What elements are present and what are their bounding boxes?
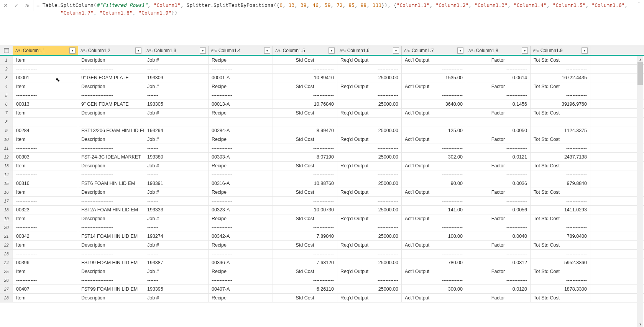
fx-label: fx xyxy=(24,3,31,8)
confirm-edit-button[interactable]: ✓ xyxy=(13,2,20,9)
formula-bar: ✕ ✓ fx = Table.SplitColumn(#"Filtered Ro… xyxy=(0,0,644,46)
cancel-edit-button[interactable]: ✕ xyxy=(2,2,9,9)
formula-controls: ✕ ✓ fx xyxy=(0,0,33,11)
formula-collapse-button[interactable]: ˆ xyxy=(636,0,644,8)
formula-text[interactable]: = Table.SplitColumn(#"Filtered Rows1", "… xyxy=(33,0,636,18)
